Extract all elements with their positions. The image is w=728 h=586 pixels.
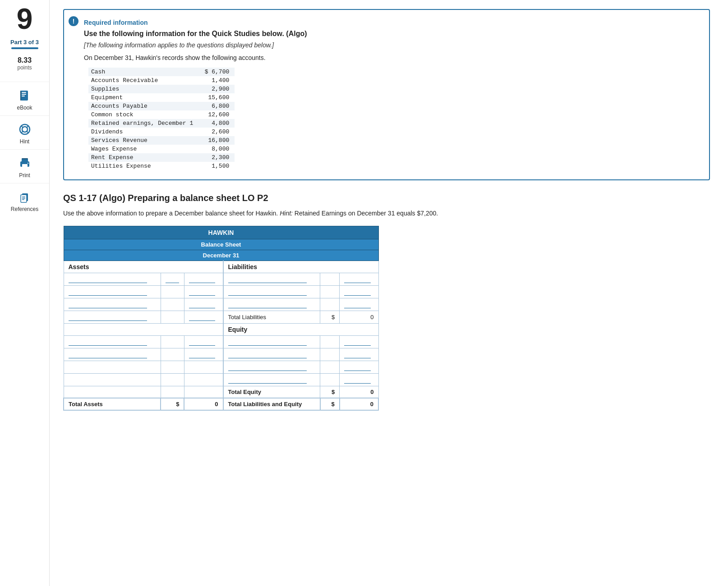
main-content: ! Required information Use the following… [50,0,728,586]
info-title: Use the following information for the Qu… [84,30,698,38]
liab-name-2[interactable] [228,288,307,296]
printer-icon [18,156,32,170]
sidebar-item-print[interactable]: Print [0,149,49,183]
account-value: 8,000 [198,145,235,153]
equity-name-4[interactable] [228,376,307,384]
svg-rect-18 [22,197,25,197]
equity-val-3[interactable] [344,364,371,371]
equity-name-2[interactable] [228,351,307,358]
account-name: Common stock [88,110,198,119]
references-label: References [11,206,38,212]
sheet-date: December 31 [64,250,378,261]
equity-name-1[interactable] [228,339,307,346]
company-name: HAWKIN [64,226,378,239]
equity-val-4[interactable] [344,376,371,384]
asset-name-1[interactable] [69,276,147,283]
sidebar-item-references[interactable]: References [0,183,49,217]
total-liab-equity-label: Total Liabilities and Equity [223,398,320,410]
section-title: QS 1-17 (Algo) Preparing a balance sheet… [63,193,710,203]
account-value: $ 6,700 [198,68,235,76]
lifering-icon [18,122,32,137]
equity-name-3[interactable] [228,364,307,371]
asset-dollar-1[interactable] [166,276,179,283]
part-label: Part 3 of 3 [10,39,39,46]
table-row [64,273,378,286]
table-row [64,286,378,298]
sheet-title: Balance Sheet [64,239,378,250]
company-row: HAWKIN [64,226,378,239]
account-name: Services Revenue [88,136,198,145]
asset-val-2[interactable] [189,288,215,296]
asset-val-4[interactable] [189,314,215,321]
asset-name-5[interactable] [69,339,147,346]
sidebar-item-ebook[interactable]: eBook [0,82,49,115]
points-label: points [17,64,32,71]
account-value: 1,500 [198,162,235,170]
asset-name-2[interactable] [69,288,147,296]
svg-rect-20 [22,199,24,200]
sidebar-item-hint[interactable]: Hint [0,115,49,149]
liab-name-3[interactable] [228,301,307,308]
table-row [64,374,378,386]
section-desc: Use the above information to prepare a D… [63,210,710,217]
asset-val-1[interactable] [189,276,215,283]
asset-name-4[interactable] [69,314,147,321]
table-row [64,298,378,311]
account-name: Wages Expense [88,145,198,153]
total-liabilities-label: Total Liabilities [223,311,320,324]
total-liabilities-value: 0 [340,311,378,324]
info-subtitle: [The following information applies to th… [84,41,698,49]
svg-rect-1 [22,92,26,93]
total-equity-label: Total Equity [223,386,320,398]
total-liab-equity-value: 0 [340,398,378,410]
table-row [64,361,378,374]
liab-val-2[interactable] [344,288,371,296]
total-liabilities-dollar: $ [320,311,340,324]
asset-name-3[interactable] [69,301,147,308]
asset-val-6[interactable] [189,351,215,358]
total-equity-dollar: $ [320,386,340,398]
asset-val-3[interactable] [189,301,215,308]
svg-rect-3 [22,96,25,96]
account-value: 12,600 [198,110,235,119]
required-label: Required information [84,19,698,26]
intro-text: On December 31, Hawkin's records show th… [84,54,698,61]
liab-val-3[interactable] [344,301,371,308]
account-value: 4,800 [198,119,235,128]
liab-name-1[interactable] [228,276,307,283]
equity-val-2[interactable] [344,351,371,358]
svg-rect-19 [22,198,25,199]
table-row [64,336,378,348]
svg-line-9 [21,132,23,133]
account-name: Cash [88,68,198,76]
account-name: Retained earnings, December 1 [88,119,198,128]
equity-header-row: Equity [64,324,378,336]
equity-val-1[interactable] [344,339,371,346]
svg-rect-15 [22,158,28,159]
asset-name-6[interactable] [69,351,147,358]
total-liabilities-row: Total Liabilities $ 0 [64,311,378,324]
account-name: Accounts Receivable [88,76,198,85]
total-equity-row: Total Equity $ 0 [64,386,378,398]
svg-line-10 [27,132,28,133]
balance-table: HAWKIN Balance Sheet December 31 Assets … [63,226,379,411]
sidebar: 9 Part 3 of 3 8.33 points eBook [0,0,50,586]
account-name: Accounts Payable [88,102,198,110]
asset-val-5[interactable] [189,339,215,346]
liab-val-1[interactable] [344,276,371,283]
print-label: Print [19,172,30,179]
grand-total-row: Total Assets $ 0 Total Liabilities and E… [64,398,378,410]
account-value: 15,600 [198,93,235,102]
account-value: 2,900 [198,85,235,93]
total-liab-equity-dollar: $ [320,398,340,410]
account-name: Utilities Expense [88,162,198,170]
table-row [64,348,378,361]
info-box: ! Required information Use the following… [63,9,710,180]
svg-rect-4 [20,91,21,101]
account-value: 6,800 [198,102,235,110]
svg-rect-13 [22,164,28,168]
section-header-row: Assets Liabilities [64,261,378,273]
balance-sheet-table: HAWKIN Balance Sheet December 31 Assets … [63,226,379,411]
account-value: 1,400 [198,76,235,85]
part-progress [11,47,38,49]
